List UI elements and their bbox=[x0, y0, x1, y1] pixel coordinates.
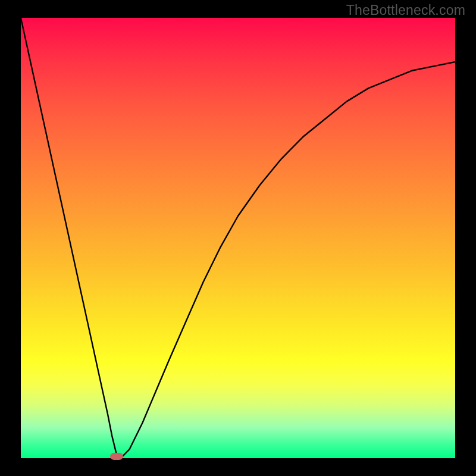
plot-area bbox=[21, 18, 455, 458]
attribution-label: TheBottleneck.com bbox=[346, 2, 465, 18]
curve-svg bbox=[21, 18, 455, 458]
min-marker bbox=[110, 453, 123, 460]
chart-frame: TheBottleneck.com bbox=[0, 0, 476, 476]
bottleneck-curve bbox=[21, 18, 455, 458]
